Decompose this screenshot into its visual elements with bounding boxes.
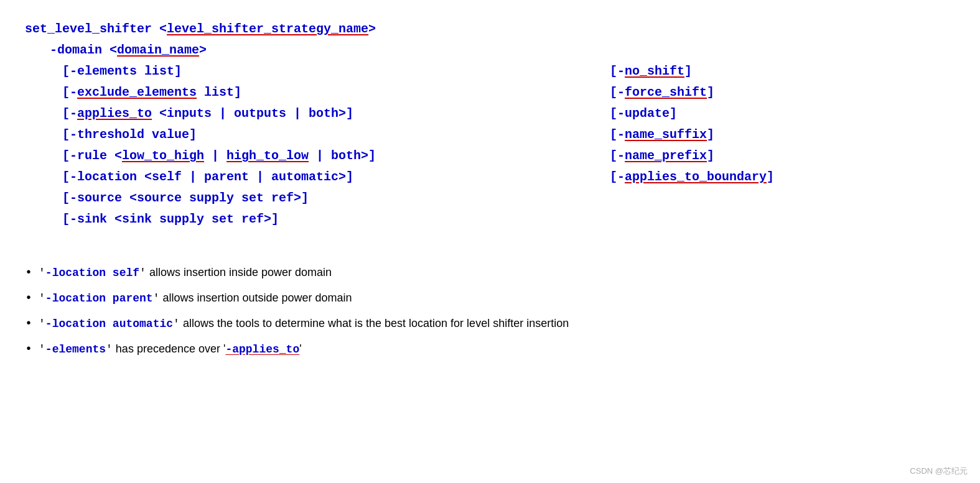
row-sink-left: [-sink <sink supply set ref>] <box>62 209 560 230</box>
bullet-location-automatic: • '-location automatic' allows the tools… <box>25 312 955 335</box>
row-location: [-location <self | parent | automatic>] … <box>25 167 955 188</box>
row-exclude-elements-left: [-exclude_elements list] <box>62 82 560 103</box>
bullet-dot-1: • <box>25 267 32 279</box>
text-location-automatic: allows the tools to determine what is th… <box>180 317 569 329</box>
code-block: set_level_shifter <level_shifter_strateg… <box>25 19 955 230</box>
code-location-automatic: -location automatic <box>45 318 173 330</box>
bullet-dot-2: • <box>25 292 32 305</box>
link-applies-to: applies_to <box>77 106 152 121</box>
text-location-parent: allows insertion outside power domain <box>159 292 352 304</box>
bullet-section: • '-location self' allows insertion insi… <box>25 261 955 361</box>
bullet-elements-precedence: • '-elements' has precedence over '-appl… <box>25 338 955 361</box>
row-rule-left: [-rule <low_to_high | high_to_low | both… <box>62 145 560 167</box>
bullet-location-self: • '-location self' allows insertion insi… <box>25 261 955 284</box>
row-applies-to: [-applies_to <inputs | outputs | both>] … <box>25 103 955 124</box>
link-exclude-elements: exclude_elements <box>77 85 197 99</box>
row-applies-to-left: [-applies_to <inputs | outputs | both>] <box>62 103 560 124</box>
row-rule-right: [-name_prefix] <box>610 145 714 167</box>
bullet-location-parent: • '-location parent' allows insertion ou… <box>25 287 955 310</box>
row-applies-to-right: [-update] <box>610 103 677 124</box>
link-no-shift: no_shift <box>625 64 684 78</box>
row-exclude-elements-right: [-force_shift] <box>610 82 714 103</box>
row-elements: [-elements list] [-no_shift] <box>25 61 955 82</box>
link-domain-name: domain_name <box>117 43 199 57</box>
line-set-level-shifter: set_level_shifter <level_shifter_strateg… <box>25 19 955 40</box>
row-sink: [-sink <sink supply set ref>] <box>25 209 955 230</box>
text-elements-post: ' <box>299 343 301 355</box>
row-location-left: [-location <self | parent | automatic>] <box>62 167 560 188</box>
text-elements-pre: has precedence over ' <box>113 343 226 355</box>
link-level-shifter-strategy-name: level_shifter_strategy_name <box>167 22 368 36</box>
row-rule: [-rule <low_to_high | high_to_low | both… <box>25 145 955 167</box>
bullet-text-2: '-location parent' allows insertion outs… <box>39 287 352 310</box>
row-source: [-source <source supply set ref>] <box>25 188 955 209</box>
link-applies-to-boundary: applies_to_boundary <box>625 170 767 184</box>
bullet-text-4: '-elements' has precedence over '-applie… <box>39 338 302 361</box>
link-low-to-high: low_to_high <box>122 149 204 163</box>
link-name-prefix: name_prefix <box>625 149 707 163</box>
link-force-shift: force_shift <box>625 85 707 99</box>
row-threshold-left: [-threshold value] <box>62 124 560 145</box>
bullet-text-1: '-location self' allows insertion inside… <box>39 261 332 284</box>
cmd-domain: -domain <domain_name> <box>50 40 207 61</box>
cmd-set-level-shifter: set_level_shifter <level_shifter_strateg… <box>25 19 376 40</box>
bullet-dot-4: • <box>25 343 32 356</box>
code-location-self: -location self <box>45 267 139 279</box>
bullet-text-3: '-location automatic' allows the tools t… <box>39 312 569 335</box>
row-exclude-elements: [-exclude_elements list] [-force_shift] <box>25 82 955 103</box>
watermark: CSDN @芯纪元 <box>910 466 968 477</box>
row-location-right: [-applies_to_boundary] <box>610 167 774 188</box>
bullet-dot-3: • <box>25 318 32 330</box>
code-applies-to-ref: -applies_to <box>225 343 299 356</box>
link-name-suffix: name_suffix <box>625 127 707 142</box>
row-threshold-right: [-name_suffix] <box>610 124 714 145</box>
row-elements-right: [-no_shift] <box>610 61 692 82</box>
line-domain: -domain <domain_name> <box>25 40 955 61</box>
row-threshold: [-threshold value] [-name_suffix] <box>25 124 955 145</box>
code-location-parent: -location parent <box>45 292 153 305</box>
row-elements-left: [-elements list] <box>62 61 560 82</box>
code-elements: -elements <box>45 343 106 356</box>
row-source-left: [-source <source supply set ref>] <box>62 188 560 209</box>
link-high-to-low: high_to_low <box>226 149 309 163</box>
text-location-self: allows insertion inside power domain <box>146 266 332 278</box>
